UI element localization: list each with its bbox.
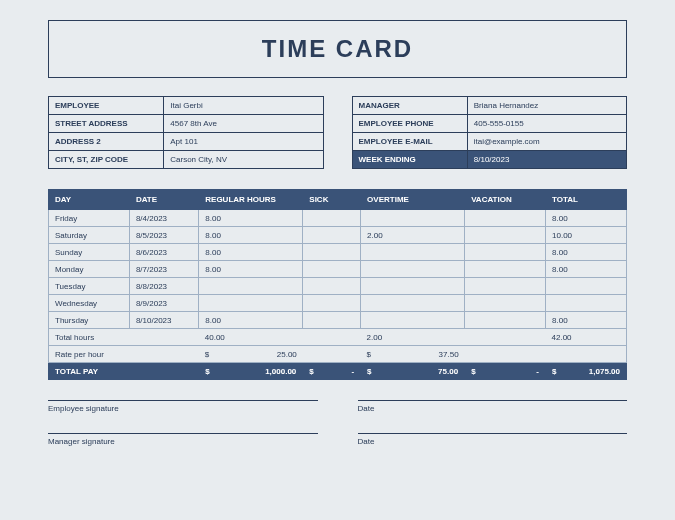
cell-regular: 8.00	[199, 244, 303, 261]
cell-vacation	[465, 210, 546, 227]
table-row: Wednesday8/9/2023	[49, 295, 627, 312]
page-title: TIME CARD	[49, 35, 626, 63]
total-hours-row: Total hours40.002.0042.00	[49, 329, 627, 346]
cell-day: Tuesday	[49, 278, 130, 295]
cell-date: 8/4/2023	[129, 210, 198, 227]
cell-day: Sunday	[49, 244, 130, 261]
cell-date: 8/8/2023	[129, 278, 198, 295]
cell-day: Saturday	[49, 227, 130, 244]
cell-regular: 8.00	[199, 210, 303, 227]
info-value: Carson City, NV	[164, 151, 323, 169]
cell-sick	[303, 261, 361, 278]
table-row: Monday8/7/20238.008.00	[49, 261, 627, 278]
cell	[129, 329, 198, 346]
cell: $75.00	[361, 363, 465, 380]
cell-overtime	[361, 312, 465, 329]
cell: $25.00	[199, 346, 303, 363]
cell-vacation	[465, 244, 546, 261]
col-regular: REGULAR HOURS	[199, 190, 303, 210]
cell-total	[546, 295, 627, 312]
cell-vacation	[465, 295, 546, 312]
cell-sick	[303, 278, 361, 295]
cell: $1,075.00	[546, 363, 627, 380]
cell	[546, 346, 627, 363]
info-label: EMPLOYEE PHONE	[352, 115, 467, 133]
table-header-row: DAY DATE REGULAR HOURS SICK OVERTIME VAC…	[49, 190, 627, 210]
info-value: 405-555-0155	[467, 115, 626, 133]
cell-day: Friday	[49, 210, 130, 227]
title-box: TIME CARD	[48, 20, 627, 78]
cell: $-	[303, 363, 361, 380]
cell: 2.00	[361, 329, 465, 346]
cell-sick	[303, 295, 361, 312]
cell-date: 8/5/2023	[129, 227, 198, 244]
timecard-table: DAY DATE REGULAR HOURS SICK OVERTIME VAC…	[48, 189, 627, 380]
info-label: EMPLOYEE E-MAIL	[352, 133, 467, 151]
col-overtime: OVERTIME	[361, 190, 465, 210]
info-label-week-ending: WEEK ENDING	[352, 151, 467, 169]
cell-sick	[303, 210, 361, 227]
cell-date: 8/6/2023	[129, 244, 198, 261]
cell-date: 8/9/2023	[129, 295, 198, 312]
col-date: DATE	[129, 190, 198, 210]
signature-row: Employee signature Date	[48, 400, 627, 413]
cell-overtime	[361, 278, 465, 295]
cell-regular: 8.00	[199, 227, 303, 244]
col-day: DAY	[49, 190, 130, 210]
col-total: TOTAL	[546, 190, 627, 210]
cell: Rate per hour	[49, 346, 130, 363]
cell-total: 8.00	[546, 312, 627, 329]
rate-row: Rate per hour$25.00$37.50	[49, 346, 627, 363]
info-label: STREET ADDRESS	[49, 115, 164, 133]
cell-day: Wednesday	[49, 295, 130, 312]
cell: 42.00	[546, 329, 627, 346]
info-section: EMPLOYEEItai Gerbi STREET ADDRESS4567 8t…	[48, 96, 627, 169]
cell-sick	[303, 312, 361, 329]
cell	[129, 363, 198, 380]
info-value: itai@example.com	[467, 133, 626, 151]
table-row: Saturday8/5/20238.002.0010.00	[49, 227, 627, 244]
table-row: Tuesday8/8/2023	[49, 278, 627, 295]
cell-total: 8.00	[546, 261, 627, 278]
cell-total	[546, 278, 627, 295]
cell-vacation	[465, 312, 546, 329]
cell: 40.00	[199, 329, 303, 346]
total-pay-row: TOTAL PAY$1,000.00$-$75.00$-$1,075.00	[49, 363, 627, 380]
info-value: 4567 8th Ave	[164, 115, 323, 133]
cell	[303, 346, 361, 363]
info-label: EMPLOYEE	[49, 97, 164, 115]
table-row: Sunday8/6/20238.008.00	[49, 244, 627, 261]
info-value: Apt 101	[164, 133, 323, 151]
cell-regular	[199, 278, 303, 295]
cell: $37.50	[361, 346, 465, 363]
cell-date: 8/10/2023	[129, 312, 198, 329]
col-vacation: VACATION	[465, 190, 546, 210]
manager-signature: Manager signature	[48, 433, 318, 446]
employee-signature: Employee signature	[48, 400, 318, 413]
cell	[303, 329, 361, 346]
cell	[129, 346, 198, 363]
cell	[465, 329, 546, 346]
cell-total: 8.00	[546, 210, 627, 227]
signature-row: Manager signature Date	[48, 433, 627, 446]
cell-vacation	[465, 278, 546, 295]
cell-regular	[199, 295, 303, 312]
cell-regular: 8.00	[199, 261, 303, 278]
table-row: Friday8/4/20238.008.00	[49, 210, 627, 227]
info-value: Briana Hernandez	[467, 97, 626, 115]
info-value-week-ending: 8/10/2023	[467, 151, 626, 169]
cell-overtime: 2.00	[361, 227, 465, 244]
cell-total: 8.00	[546, 244, 627, 261]
cell-vacation	[465, 227, 546, 244]
cell-sick	[303, 227, 361, 244]
cell-sick	[303, 244, 361, 261]
col-sick: SICK	[303, 190, 361, 210]
cell-total: 10.00	[546, 227, 627, 244]
cell: Total hours	[49, 329, 130, 346]
cell: $1,000.00	[199, 363, 303, 380]
info-label: CITY, ST, ZIP CODE	[49, 151, 164, 169]
info-value: Itai Gerbi	[164, 97, 323, 115]
cell-day: Thursday	[49, 312, 130, 329]
cell-overtime	[361, 244, 465, 261]
cell	[465, 346, 546, 363]
